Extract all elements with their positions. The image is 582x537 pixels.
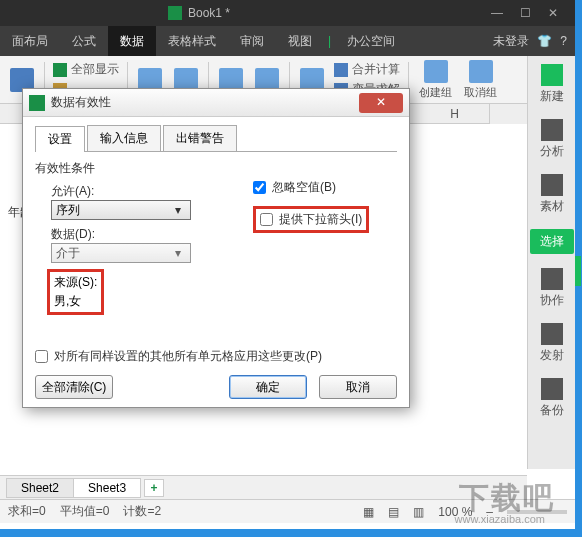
data-validation-dialog: 数据有效性 ✕ 设置 输入信息 出错警告 有效性条件 允许(A): 序列 ▾ 数… (22, 88, 410, 408)
tab-settings[interactable]: 设置 (35, 126, 85, 152)
data-combo[interactable]: 介于 ▾ (51, 243, 191, 263)
titlebar: Book1 * — ☐ ✕ (0, 0, 575, 26)
status-avg: 平均值=0 (60, 503, 110, 520)
merge-calc-button[interactable]: 合并计算 (334, 61, 400, 79)
side-assets[interactable]: 素材 (540, 174, 564, 215)
sheet-tabs: Sheet2 Sheet3 + (0, 475, 527, 499)
menu-table-style[interactable]: 表格样式 (156, 26, 228, 56)
minimize-button[interactable]: — (483, 6, 511, 20)
document-title: Book1 * (188, 6, 483, 20)
side-backup[interactable]: 备份 (540, 378, 564, 419)
allow-value: 序列 (56, 202, 80, 219)
menu-office-space[interactable]: 办公空间 (335, 26, 407, 56)
side-launch[interactable]: 发射 (540, 323, 564, 364)
side-new[interactable]: 新建 (540, 64, 564, 105)
dropdown-arrow-input[interactable] (260, 213, 273, 226)
ignore-blank-input[interactable] (253, 181, 266, 194)
ignore-blank-checkbox[interactable]: 忽略空值(B) (253, 179, 369, 196)
dialog-tabs: 设置 输入信息 出错警告 (35, 125, 397, 152)
side-panel: 新建 分析 素材 选择 协作 发射 备份 (527, 56, 575, 469)
shirt-icon[interactable]: 👕 (537, 34, 552, 48)
ok-button[interactable]: 确定 (229, 375, 307, 399)
document-icon (168, 6, 182, 20)
maximize-button[interactable]: ☐ (511, 6, 539, 20)
apply-all-checkbox[interactable]: 对所有同样设置的其他所有单元格应用这些更改(P) (35, 348, 322, 365)
source-highlight: 来源(S): 男,女 (47, 269, 104, 315)
side-collab[interactable]: 协作 (540, 268, 564, 309)
menu-data[interactable]: 数据 (108, 26, 156, 56)
source-value: 男,女 (54, 293, 97, 310)
watermark-url: www.xiazaiba.com (455, 513, 545, 525)
status-sum: 求和=0 (8, 503, 46, 520)
tab-error-alert[interactable]: 出错警告 (163, 125, 237, 151)
show-all-button[interactable]: 全部显示 (53, 61, 119, 79)
ungroup-button[interactable]: 取消组 (458, 60, 503, 100)
tab-add[interactable]: + (144, 479, 164, 497)
dialog-close-button[interactable]: ✕ (359, 93, 403, 113)
chevron-down-icon: ▾ (170, 246, 186, 260)
login-status[interactable]: 未登录 (493, 33, 529, 50)
chevron-down-icon: ▾ (170, 203, 186, 217)
menu-separator: | (328, 34, 331, 48)
menu-layout[interactable]: 面布局 (0, 26, 60, 56)
allow-combo[interactable]: 序列 ▾ (51, 200, 191, 220)
tab-sheet3[interactable]: Sheet3 (73, 478, 141, 498)
dropdown-arrow-checkbox[interactable]: 提供下拉箭头(I) (260, 211, 362, 228)
menu-review[interactable]: 审阅 (228, 26, 276, 56)
cancel-button[interactable]: 取消 (319, 375, 397, 399)
apply-all-input[interactable] (35, 350, 48, 363)
col-header-h[interactable]: H (420, 104, 490, 124)
view-break-icon[interactable]: ▥ (413, 505, 424, 519)
side-select[interactable]: 选择 (530, 229, 574, 254)
side-expand-tab[interactable] (575, 256, 581, 286)
tab-input-message[interactable]: 输入信息 (87, 125, 161, 151)
dropdown-arrow-highlight: 提供下拉箭头(I) (253, 206, 369, 233)
close-button[interactable]: ✕ (539, 6, 567, 20)
data-value: 介于 (56, 245, 80, 262)
dialog-icon (29, 95, 45, 111)
dialog-titlebar[interactable]: 数据有效性 ✕ (23, 89, 409, 117)
view-normal-icon[interactable]: ▦ (363, 505, 374, 519)
clear-all-button[interactable]: 全部清除(C) (35, 375, 113, 399)
side-analyze[interactable]: 分析 (540, 119, 564, 160)
create-group-button[interactable]: 创建组 (413, 60, 458, 100)
source-label: 来源(S): (54, 274, 97, 291)
status-count: 计数=2 (123, 503, 161, 520)
help-icon[interactable]: ? (560, 34, 567, 48)
tab-sheet2[interactable]: Sheet2 (6, 478, 74, 498)
menubar: 面布局 公式 数据 表格样式 审阅 视图 | 办公空间 未登录 👕 ? (0, 26, 575, 56)
validity-criteria-label: 有效性条件 (35, 160, 397, 177)
app-window: Book1 * — ☐ ✕ 面布局 公式 数据 表格样式 审阅 视图 | 办公空… (0, 0, 575, 529)
view-page-icon[interactable]: ▤ (388, 505, 399, 519)
menu-view[interactable]: 视图 (276, 26, 324, 56)
dialog-title: 数据有效性 (51, 94, 359, 111)
menu-formula[interactable]: 公式 (60, 26, 108, 56)
